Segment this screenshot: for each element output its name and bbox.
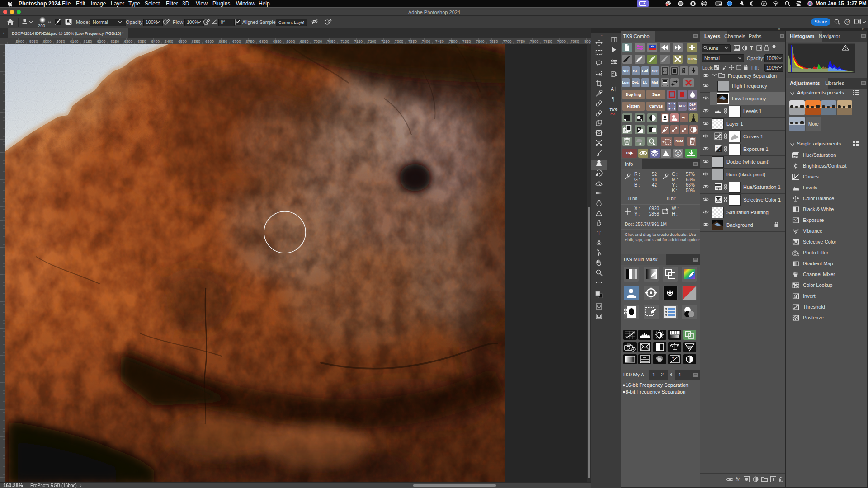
svg-text:¶: ¶ (612, 96, 615, 102)
svg-text:A: A (611, 86, 614, 92)
svg-text:C: C (677, 151, 679, 155)
svg-text:±: ± (662, 140, 665, 144)
svg-text:T: T (597, 230, 601, 237)
svg-text:+: + (672, 356, 674, 360)
svg-text:-: - (797, 220, 797, 223)
svg-text:+/-: +/- (651, 45, 654, 47)
svg-text:+: + (793, 218, 795, 221)
svg-text:-: - (676, 358, 677, 363)
svg-text:+: + (716, 146, 718, 149)
svg-text:1: 1 (666, 4, 668, 6)
svg-text:?: ? (846, 20, 849, 24)
